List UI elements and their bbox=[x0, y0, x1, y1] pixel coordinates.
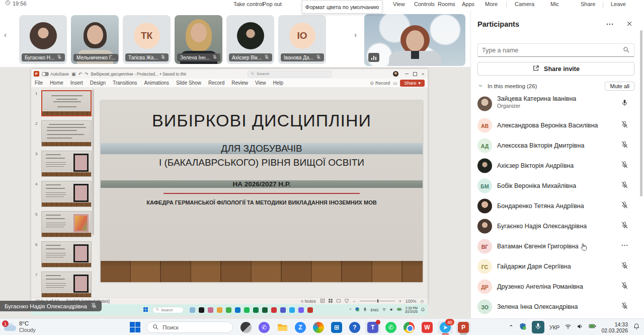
slide-thumbnail-1[interactable]: 1 bbox=[31, 90, 96, 118]
shared-app-icon[interactable] bbox=[199, 307, 204, 313]
shared-app-icon[interactable] bbox=[271, 307, 277, 313]
maximize-button[interactable] bbox=[413, 72, 417, 76]
shared-app-icon[interactable] bbox=[253, 307, 259, 313]
shared-app-icon[interactable] bbox=[226, 307, 231, 313]
speaker-icon[interactable] bbox=[389, 307, 394, 313]
toolbar-item-view[interactable]: View bbox=[393, 1, 405, 7]
shared-app-icon[interactable] bbox=[208, 307, 213, 313]
wifi-icon[interactable] bbox=[382, 307, 386, 313]
slide-thumbnail-7[interactable]: 7 bbox=[31, 272, 96, 297]
chevron-up-icon[interactable]: ⌃ bbox=[349, 308, 352, 312]
mic-off-icon[interactable] bbox=[621, 222, 628, 231]
active-speaker-tile[interactable] bbox=[364, 14, 465, 66]
start-button[interactable] bbox=[130, 322, 140, 332]
ribbon-tab-slide-show[interactable]: Slide Show bbox=[173, 80, 205, 86]
mic-off-icon[interactable] bbox=[621, 121, 628, 130]
notes-button[interactable]: ≡ Notes bbox=[301, 299, 316, 304]
slide-thumbnail-4[interactable]: 4 bbox=[31, 181, 96, 209]
toolbar-item-leave[interactable]: Leave bbox=[611, 1, 626, 7]
mic-in-use-indicator[interactable] bbox=[532, 321, 544, 333]
taskbar-app-copilot-icon[interactable] bbox=[311, 321, 326, 334]
slide-thumbnail-2[interactable]: 2 bbox=[31, 120, 96, 149]
participant-row[interactable]: АДАлексєєва Вікторія Дмитрівна bbox=[471, 136, 644, 156]
taskbar-app-whatsapp-icon[interactable]: ✆ bbox=[383, 321, 398, 334]
zoom-slider[interactable] bbox=[360, 301, 395, 301]
take-control-button[interactable]: Take control bbox=[233, 1, 263, 7]
save-icon[interactable]: ▣ bbox=[71, 72, 76, 77]
taskbar-search-input[interactable]: Поиск bbox=[146, 321, 233, 333]
shared-clock[interactable]: 2:33 PM3/2/2026 bbox=[405, 306, 418, 313]
mute-all-button[interactable]: Mute all bbox=[605, 82, 634, 91]
slide-thumbnail-3[interactable]: 3 bbox=[31, 151, 96, 179]
ppt-search-box[interactable]: Search bbox=[248, 71, 332, 78]
shared-app-icon[interactable] bbox=[280, 307, 286, 313]
account-avatar[interactable] bbox=[393, 71, 398, 77]
speaker-icon[interactable] bbox=[577, 323, 584, 332]
taskbar-app-zoom-icon[interactable]: Z bbox=[293, 321, 308, 334]
undo-icon[interactable]: ↶ bbox=[78, 72, 82, 77]
shared-app-icon[interactable] bbox=[262, 307, 268, 313]
shared-language[interactable]: ENG bbox=[370, 308, 378, 312]
weather-widget[interactable]: 1 8°C Cloudy bbox=[4, 320, 36, 333]
reading-view-icon[interactable] bbox=[336, 298, 341, 304]
participant-row[interactable]: Ахієзер Вікторія Андріївна bbox=[471, 156, 644, 176]
toolbar-item-share[interactable]: Share bbox=[581, 1, 595, 7]
video-tile[interactable]: ІОІванова Да... bbox=[278, 15, 326, 64]
video-tile[interactable]: Мельниченко Г... bbox=[71, 15, 119, 64]
autosave-toggle[interactable]: AutoSave bbox=[42, 72, 69, 77]
taskbar-clock[interactable]: 14:3302.03.2026 bbox=[601, 321, 628, 333]
participant-search-input[interactable]: Type a name bbox=[477, 43, 634, 57]
minimize-button[interactable] bbox=[405, 74, 409, 74]
participant-row[interactable]: Бугаєнко Надія Олександрівна bbox=[471, 216, 644, 236]
normal-view-icon[interactable] bbox=[320, 298, 325, 304]
video-tile[interactable]: Бугаєнко Н... bbox=[19, 15, 67, 64]
ribbon-tab-view[interactable]: View bbox=[252, 80, 270, 86]
taskbar-app-file-explorer-icon[interactable] bbox=[275, 321, 290, 334]
shared-app-icon[interactable] bbox=[244, 307, 250, 313]
more-options-icon[interactable] bbox=[621, 242, 628, 251]
ribbon-tab-review[interactable]: Review bbox=[228, 80, 252, 86]
mic-off-icon[interactable] bbox=[621, 302, 628, 312]
video-tile[interactable]: ТКТагієва Жа... bbox=[123, 15, 171, 64]
shared-start-button[interactable] bbox=[143, 307, 148, 313]
taskbar-app-powerpoint-icon[interactable]: P bbox=[456, 321, 471, 334]
taskbar-app-telegram-icon[interactable]: ➤40 bbox=[438, 321, 453, 334]
taskbar-app-chrome-icon[interactable] bbox=[401, 321, 417, 334]
participant-row[interactable]: ЗОЗелена Інна Олександрівна bbox=[471, 297, 644, 317]
shared-app-icon[interactable] bbox=[289, 307, 295, 313]
mic-off-icon[interactable] bbox=[621, 161, 628, 171]
mic-off-icon[interactable] bbox=[621, 141, 628, 151]
shared-search-box[interactable]: Search bbox=[152, 307, 184, 313]
record-button[interactable]: ⊙ Record bbox=[370, 81, 390, 86]
mic-off-icon[interactable] bbox=[621, 282, 628, 292]
taskbar-app-get-help-icon[interactable]: ? bbox=[347, 321, 362, 334]
wifi-icon[interactable] bbox=[565, 323, 572, 332]
video-tile[interactable]: Ахієзер Вік... bbox=[226, 15, 274, 64]
taskbar-app-viber-icon[interactable]: ✆ bbox=[257, 321, 272, 334]
slideshow-icon[interactable] bbox=[344, 298, 349, 304]
ppt-share-button[interactable]: Share ▾ bbox=[400, 80, 425, 87]
redo-icon[interactable]: ↷ bbox=[85, 72, 89, 77]
participant-row[interactable]: БМБобік Вероніка Михайлівна bbox=[471, 176, 644, 196]
taskbar-app-wps-office-icon[interactable]: W bbox=[420, 321, 435, 334]
toolbar-item-mic[interactable]: Mic bbox=[550, 1, 559, 7]
close-button[interactable]: × bbox=[422, 72, 424, 77]
shield-icon[interactable] bbox=[355, 307, 360, 313]
toolbar-item-more[interactable]: More bbox=[485, 1, 498, 7]
toolbar-item-controls[interactable]: Controls bbox=[414, 1, 435, 7]
shared-app-icon[interactable] bbox=[298, 307, 304, 313]
slide-thumbnail-5[interactable]: 5 bbox=[31, 211, 96, 239]
ribbon-tab-animations[interactable]: Animations bbox=[141, 80, 173, 86]
scroll-left-icon[interactable]: ‹ bbox=[4, 30, 7, 39]
taskbar-app-teams-icon[interactable]: T bbox=[365, 321, 380, 334]
toolbar-item-rooms[interactable]: Rooms bbox=[438, 1, 455, 7]
chevron-down-icon[interactable] bbox=[477, 83, 484, 90]
ribbon-tab-help[interactable]: Help bbox=[270, 80, 287, 86]
mic-off-icon[interactable] bbox=[621, 262, 628, 272]
language-indicator[interactable]: УКР bbox=[549, 324, 560, 330]
panel-scrollbar[interactable] bbox=[640, 30, 642, 196]
slide-sorter-icon[interactable] bbox=[328, 298, 333, 304]
mic-icon[interactable] bbox=[621, 99, 628, 109]
ribbon-tab-record[interactable]: Record bbox=[205, 80, 228, 86]
toolbar-item-camera[interactable]: Camera bbox=[515, 1, 534, 7]
